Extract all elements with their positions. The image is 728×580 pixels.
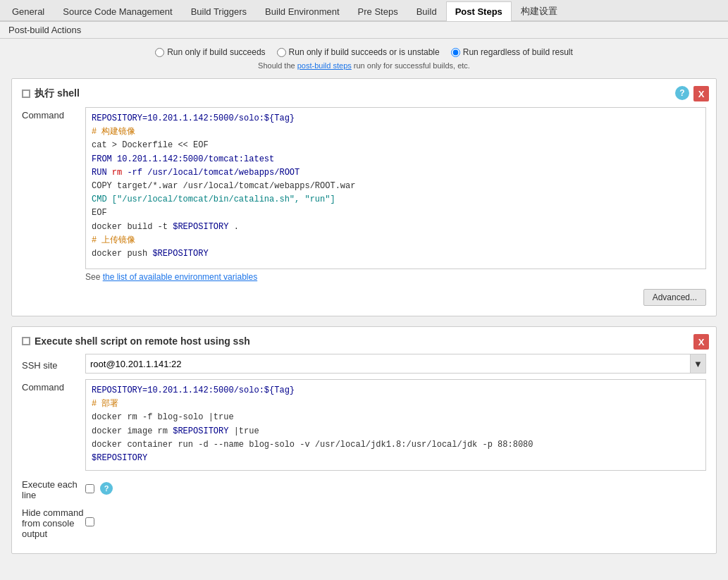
shell-close-button[interactable]: X [693, 86, 709, 101]
shell-panel-header: 执行 shell [22, 87, 706, 100]
hide-command-label: Hide command from console output [22, 505, 85, 539]
ssh-dropdown-button[interactable]: ▼ [691, 354, 706, 374]
shell-help-icon[interactable]: ? [675, 86, 689, 100]
ssh-command-row: Command REPOSITORY=10.201.1.142:5000/sol… [22, 379, 706, 471]
execute-each-line-checkbox[interactable] [85, 484, 94, 493]
advanced-button[interactable]: Advanced... [643, 289, 706, 306]
radio-label-1[interactable]: Run only if build succeeds [155, 47, 265, 57]
radio-option2[interactable] [277, 48, 286, 57]
ssh-site-input[interactable] [85, 354, 691, 374]
tab-post-steps[interactable]: Post Steps [446, 1, 512, 21]
second-bar: Post-build Actions [0, 22, 728, 39]
shell-command-label: Command [22, 107, 85, 121]
ssh-panel-icon [22, 337, 30, 345]
ssh-panel-header: Execute shell script on remote host usin… [22, 335, 706, 347]
tab-config[interactable]: 构建设置 [512, 0, 567, 22]
tab-build-env[interactable]: Build Environment [256, 1, 349, 21]
shell-panel-title: 执行 shell [35, 87, 80, 100]
tab-triggers[interactable]: Build Triggers [182, 1, 256, 21]
tab-source[interactable]: Source Code Management [54, 1, 181, 21]
ssh-close-button[interactable]: X [693, 334, 709, 350]
shell-command-row: Command REPOSITORY=10.201.1.142:5000/sol… [22, 107, 706, 282]
radio-label-2[interactable]: Run only if build succeeds or is unstabl… [277, 47, 440, 57]
ssh-panel-title: Execute shell script on remote host usin… [35, 335, 250, 347]
execute-each-line-label: Execute each line [22, 476, 85, 500]
ssh-site-row: SSH site ▼ [22, 354, 706, 374]
radio-label-3[interactable]: Run regardless of build result [451, 47, 573, 57]
radio-option1[interactable] [155, 48, 164, 57]
shell-command-wrap: REPOSITORY=10.201.1.142:5000/solo:${Tag}… [85, 107, 706, 282]
radio-group: Run only if build succeeds Run only if b… [11, 47, 717, 57]
env-link-row: See the list of available environment va… [85, 272, 706, 282]
main-content: Run only if build succeeds Run only if b… [0, 39, 728, 572]
tabs-bar: General Source Code Management Build Tri… [0, 0, 728, 22]
shell-panel: X ? 执行 shell Command REPOSITORY=10.201.1… [11, 78, 717, 316]
execute-each-line-row: Execute each line ? [22, 476, 706, 500]
ssh-site-label: SSH site [22, 357, 85, 371]
shell-panel-icon [22, 90, 30, 98]
ssh-command-wrap: REPOSITORY=10.201.1.142:5000/solo:${Tag}… [85, 379, 706, 471]
ssh-command-textarea[interactable]: REPOSITORY=10.201.1.142:5000/solo:${Tag}… [85, 379, 706, 471]
post-build-actions-link[interactable]: Post-build Actions [8, 25, 81, 35]
shell-command-textarea[interactable]: REPOSITORY=10.201.1.142:5000/solo:${Tag}… [85, 107, 706, 269]
tab-pre-steps[interactable]: Pre Steps [349, 1, 407, 21]
tab-build[interactable]: Build [407, 1, 446, 21]
advanced-btn-row: Advanced... [22, 289, 706, 306]
post-build-steps-link[interactable]: post-build steps [297, 61, 352, 70]
radio-option3[interactable] [451, 48, 460, 57]
ssh-panel: X Execute shell script on remote host us… [11, 326, 717, 554]
env-link[interactable]: the list of available environment variab… [103, 272, 257, 282]
hide-command-checkbox[interactable] [85, 517, 94, 526]
hint-text: Should the post-build steps run only for… [11, 61, 717, 70]
ssh-command-label: Command [22, 379, 85, 393]
chevron-down-icon: ▼ [693, 359, 703, 369]
hide-command-row: Hide command from console output [22, 505, 706, 539]
execute-help-icon[interactable]: ? [100, 482, 113, 495]
tab-general[interactable]: General [3, 1, 54, 21]
